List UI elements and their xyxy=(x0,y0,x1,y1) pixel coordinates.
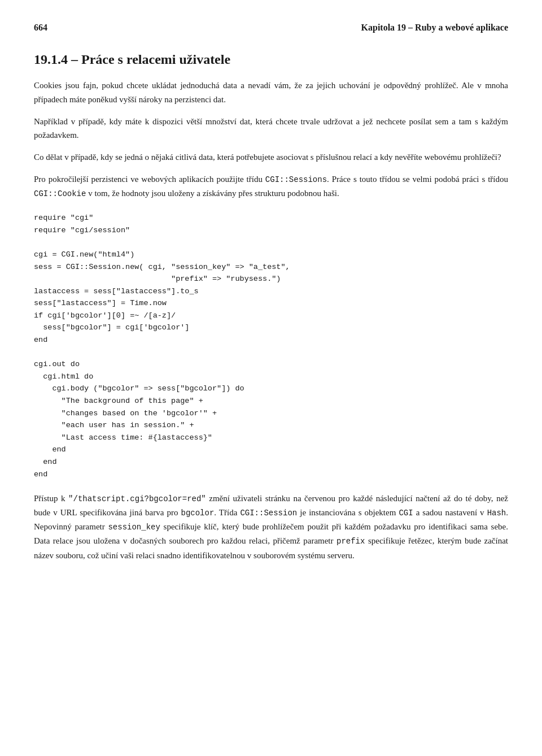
paragraph-2: Například v případě, kdy máte k dispozic… xyxy=(34,115,508,143)
paragraph-1: Cookies jsou fajn, pokud chcete ukládat … xyxy=(34,79,508,107)
code-block: require "cgi" require "cgi/session" cgi … xyxy=(34,212,508,480)
page-header: 664 Kapitola 19 – Ruby a webové aplikace xyxy=(34,23,508,33)
page-number: 664 xyxy=(34,23,47,33)
section-number: 19.1.4 xyxy=(34,52,68,67)
section-title: 19.1.4 – Práce s relacemi uživatele xyxy=(34,51,508,68)
page: 664 Kapitola 19 – Ruby a webové aplikace… xyxy=(0,0,542,756)
paragraph-3: Co dělat v případě, kdy se jedná o nějak… xyxy=(34,150,508,164)
paragraph-5: Přístup k "/thatscript.cgi?bgcolor=red" … xyxy=(34,492,508,562)
section-heading: Práce s relacemi uživatele xyxy=(81,52,230,67)
paragraph-4: Pro pokročilejší perzistenci ve webových… xyxy=(34,172,508,201)
chapter-title: Kapitola 19 – Ruby a webové aplikace xyxy=(361,23,508,33)
